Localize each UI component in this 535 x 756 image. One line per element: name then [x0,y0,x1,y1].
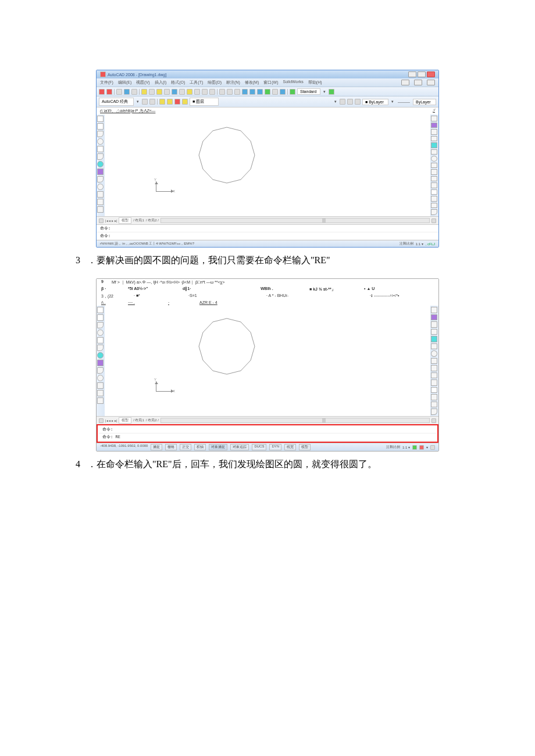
arc-tool-icon[interactable] [97,153,104,160]
undo-icon[interactable] [172,89,177,95]
arc-tool-icon[interactable] [97,345,104,351]
linetype-icon[interactable] [347,99,353,105]
minimize-button[interactable] [408,71,416,77]
command-window-highlighted[interactable]: 命令: 命令: RE [97,424,438,443]
menu-solidworks[interactable]: SolidWorks [283,80,304,85]
spline-tool-icon[interactable] [97,169,104,175]
clean-screen-icon[interactable] [430,445,435,450]
erase-tool-icon[interactable] [431,307,437,313]
workspace-dropdown[interactable]: AutoCAD 经典 [99,98,134,106]
scroll-right-icon[interactable] [431,418,436,423]
ducs-toggle[interactable]: DUCS [252,444,266,450]
layer-icon1[interactable] [159,99,165,105]
layer-state[interactable]: ■ 图层 [190,98,219,106]
menu-tools[interactable]: 工具(T) [190,80,203,85]
menu-help[interactable]: 帮助(H) [308,80,322,85]
dim4-icon[interactable] [242,89,248,95]
mdi-close[interactable] [427,80,435,85]
style-apply-icon[interactable] [329,89,334,95]
color-icon[interactable] [340,99,345,105]
layout-menu-icon[interactable] [99,218,104,223]
extend-tool-icon[interactable] [431,379,437,386]
hatch-icon[interactable] [272,89,278,95]
offset-tool-icon[interactable] [431,136,437,142]
polar-toggle[interactable]: 权轴 [194,444,206,450]
ws-icon2[interactable] [149,99,155,105]
ortho-toggle[interactable]: 正交 [180,444,191,450]
mdi-restore[interactable] [414,80,422,85]
text-icon[interactable] [249,89,255,95]
break-tool-icon[interactable] [431,189,437,195]
dim2-icon[interactable] [227,89,233,95]
command-prompt-line[interactable]: 命令: [97,232,438,240]
chamfer-tool-icon[interactable] [431,196,437,202]
rotate-tool-icon[interactable] [431,350,437,357]
trim-tool-icon[interactable] [431,372,437,379]
array-tool-icon[interactable] [431,336,437,342]
menu-view[interactable]: 视图(V) [136,80,149,85]
trim-tool-icon[interactable] [431,176,437,182]
horizontal-scrollbar[interactable] [160,218,430,223]
menu-file[interactable]: 文件(F) [100,80,113,85]
lwt-toggle[interactable]: 线宽 [284,444,296,450]
lineweight-icon[interactable] [355,99,361,105]
command-input-line[interactable]: 命令: RE [99,433,436,441]
extend-tool-icon[interactable] [431,182,437,188]
mdi-minimize[interactable] [401,80,409,85]
copy-icon[interactable] [149,89,155,95]
rectangle-tool-icon[interactable] [97,337,104,343]
offset-tool-icon[interactable] [431,329,437,335]
plot-icon[interactable] [124,89,130,95]
menu-format[interactable]: 格式(O) [171,80,185,85]
ws-icon1[interactable] [142,99,148,105]
line-tool-icon[interactable] [97,116,104,122]
tab-nav[interactable]: |◂ ◂ ▸ ▸| [105,218,117,223]
polygon-tool-icon[interactable] [97,329,104,336]
copy-tool-icon[interactable] [431,314,437,321]
match-icon[interactable] [164,89,170,95]
cut-icon[interactable] [141,89,147,95]
horizontal-scrollbar-2[interactable] [160,418,430,423]
move-tool-icon[interactable] [431,149,437,155]
scroll-right-icon[interactable] [431,218,436,223]
menu-window[interactable]: 窗口(W) [263,80,278,85]
layer-icon3[interactable] [174,99,180,105]
ellipse-tool-icon[interactable] [97,367,104,374]
mirror-tool-icon[interactable] [431,321,437,328]
paste-icon[interactable] [156,89,162,95]
layout1-tab[interactable]: / 布局1 [133,218,144,223]
scale-tool-icon[interactable] [431,163,437,169]
drawing-canvas-2[interactable] [97,306,438,416]
grid-toggle[interactable]: 栅格 [165,444,177,450]
explode-tool-icon[interactable] [431,409,437,415]
xline-tool-icon[interactable] [97,314,104,321]
mirror-tool-icon[interactable] [431,129,437,135]
anno-scale-value[interactable]: 1:1 ▾ [416,242,423,246]
point-tool-icon[interactable] [97,206,104,213]
ellipsearc-tool-icon[interactable] [97,184,104,190]
pline-tool-icon[interactable] [97,131,104,137]
model-tab-2[interactable]: 模型 [119,417,131,424]
rotate-tool-icon[interactable] [431,156,437,162]
menu-draw[interactable]: 绘图(D) [208,80,222,85]
menu-edit[interactable]: 编辑(E) [118,80,131,85]
pline-tool-icon[interactable] [97,322,104,328]
array-tool-icon[interactable] [431,142,437,148]
anno-vis-icon[interactable] [412,445,417,450]
bylayer2-dropdown[interactable]: ByLayer [413,99,436,105]
dim3-icon[interactable] [234,89,240,95]
snap-toggle[interactable]: 捕捉 [151,444,162,450]
drawing-canvas[interactable] [97,114,438,216]
fillet-tool-icon[interactable] [431,402,437,408]
ellipsearc-tool-icon[interactable] [97,375,104,381]
menu-dimension[interactable]: 标注(N) [226,80,240,85]
rectangle-tool-icon[interactable] [97,146,104,152]
insert-tool-icon[interactable] [97,191,104,198]
layout1-tab-2[interactable]: / 布局1 [133,418,144,423]
tab-nav-2[interactable]: |◂ ◂ ▸ ▸| [105,418,117,422]
layout2-tab[interactable]: / 布局2 / [146,218,159,223]
layer-icon4[interactable] [182,99,188,105]
tool-icon[interactable] [202,89,208,95]
polygon-tool-icon[interactable] [97,138,104,145]
command-window[interactable]: 命令: 命令: [97,224,438,240]
